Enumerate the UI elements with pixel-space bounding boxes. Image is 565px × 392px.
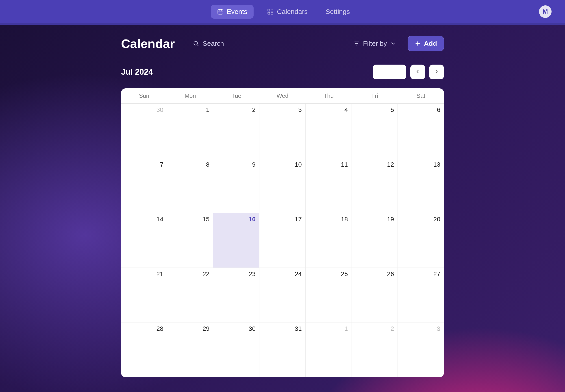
day-cell[interactable]: 27 xyxy=(398,268,444,322)
day-cell[interactable]: 22 xyxy=(167,268,213,322)
day-cell[interactable]: 30 xyxy=(121,104,167,158)
day-cell[interactable]: 2 xyxy=(352,322,398,377)
day-cell[interactable]: 7 xyxy=(121,158,167,213)
day-number: 27 xyxy=(433,270,440,278)
today-button[interactable] xyxy=(373,65,406,79)
week-row: 21222324252627 xyxy=(121,268,444,322)
day-number: 30 xyxy=(156,106,164,113)
day-cell[interactable]: 14 xyxy=(121,213,167,268)
search-wrap[interactable] xyxy=(193,40,342,47)
day-cell[interactable]: 24 xyxy=(259,268,306,322)
day-number: 1 xyxy=(206,106,210,113)
day-number: 14 xyxy=(156,216,164,223)
chevron-right-icon xyxy=(434,69,440,75)
weekday-header: Sat xyxy=(398,88,444,104)
day-number: 24 xyxy=(295,270,302,278)
day-cell[interactable]: 6 xyxy=(398,104,444,158)
day-cell[interactable]: 5 xyxy=(352,104,398,158)
day-number: 6 xyxy=(437,106,440,113)
day-cell[interactable]: 13 xyxy=(398,158,444,213)
day-cell[interactable]: 16 xyxy=(213,213,259,268)
search-icon xyxy=(193,40,199,47)
day-number: 7 xyxy=(160,161,164,168)
tab-calendars-label: Calendars xyxy=(277,8,308,15)
day-number: 1 xyxy=(345,325,348,332)
day-cell[interactable]: 18 xyxy=(306,213,352,268)
page-title: Calendar xyxy=(121,36,184,51)
nav-tabs: Events Calendars Settings xyxy=(211,5,355,19)
day-cell[interactable]: 23 xyxy=(213,268,259,322)
day-cell[interactable]: 4 xyxy=(306,104,352,158)
day-cell[interactable]: 1 xyxy=(306,322,352,377)
day-cell[interactable]: 25 xyxy=(306,268,352,322)
day-number: 8 xyxy=(206,161,210,168)
month-label: Jul 2024 xyxy=(121,67,153,77)
add-label: Add xyxy=(424,40,437,47)
calendar-icon xyxy=(217,8,224,15)
weekday-header: Fri xyxy=(352,88,398,104)
day-cell[interactable]: 29 xyxy=(167,322,213,377)
day-cell[interactable]: 1 xyxy=(167,104,213,158)
add-button[interactable]: Add xyxy=(408,36,444,51)
day-number: 11 xyxy=(341,161,348,168)
day-number: 9 xyxy=(252,161,256,168)
day-number: 10 xyxy=(295,161,302,168)
tab-settings-label: Settings xyxy=(326,8,350,15)
day-cell[interactable]: 21 xyxy=(121,268,167,322)
day-cell[interactable]: 28 xyxy=(121,322,167,377)
weekday-header: Thu xyxy=(306,88,352,104)
day-number: 25 xyxy=(341,270,348,278)
filter-button[interactable]: Filter by xyxy=(351,40,399,47)
tab-events[interactable]: Events xyxy=(211,5,254,19)
day-number: 21 xyxy=(156,270,164,278)
day-number: 20 xyxy=(433,216,440,223)
day-cell[interactable]: 26 xyxy=(352,268,398,322)
prev-month-button[interactable] xyxy=(410,65,425,79)
day-number: 4 xyxy=(345,106,348,113)
filter-label: Filter by xyxy=(363,40,387,47)
weekday-header: Sun xyxy=(121,88,167,104)
tab-calendars[interactable]: Calendars xyxy=(261,5,314,19)
svg-rect-1 xyxy=(268,9,270,11)
weekday-header: Wed xyxy=(259,88,306,104)
day-number: 18 xyxy=(341,216,348,223)
svg-point-5 xyxy=(194,42,197,45)
day-number: 3 xyxy=(298,106,302,113)
svg-rect-3 xyxy=(268,12,270,14)
main-container: Calendar Filter by Add Jul 2024 xyxy=(121,25,444,392)
month-nav xyxy=(373,65,444,79)
day-cell[interactable]: 31 xyxy=(259,322,306,377)
search-input[interactable] xyxy=(203,40,342,47)
day-cell[interactable]: 3 xyxy=(398,322,444,377)
day-cell[interactable]: 19 xyxy=(352,213,398,268)
day-number: 22 xyxy=(203,270,209,278)
next-month-button[interactable] xyxy=(429,65,444,79)
day-number: 29 xyxy=(203,325,209,332)
day-cell[interactable]: 17 xyxy=(259,213,306,268)
svg-rect-0 xyxy=(218,10,223,14)
day-number: 13 xyxy=(433,161,440,168)
month-row: Jul 2024 xyxy=(121,65,444,79)
grid-icon xyxy=(267,8,274,15)
day-cell[interactable]: 20 xyxy=(398,213,444,268)
avatar[interactable]: M xyxy=(539,5,551,18)
day-cell[interactable]: 12 xyxy=(352,158,398,213)
day-number: 31 xyxy=(295,325,302,332)
weekday-header: Mon xyxy=(167,88,213,104)
tab-settings[interactable]: Settings xyxy=(321,5,354,19)
tab-events-label: Events xyxy=(227,8,248,15)
svg-rect-4 xyxy=(271,12,273,14)
day-cell[interactable]: 8 xyxy=(167,158,213,213)
day-cell[interactable]: 11 xyxy=(306,158,352,213)
day-number: 2 xyxy=(252,106,256,113)
day-cell[interactable]: 30 xyxy=(213,322,259,377)
day-cell[interactable]: 3 xyxy=(259,104,306,158)
day-number: 26 xyxy=(387,270,394,278)
day-number: 15 xyxy=(203,216,209,223)
day-cell[interactable]: 2 xyxy=(213,104,259,158)
week-row: 14151617181920 xyxy=(121,213,444,268)
day-number: 5 xyxy=(391,106,394,113)
day-cell[interactable]: 15 xyxy=(167,213,213,268)
day-cell[interactable]: 9 xyxy=(213,158,259,213)
day-cell[interactable]: 10 xyxy=(259,158,306,213)
